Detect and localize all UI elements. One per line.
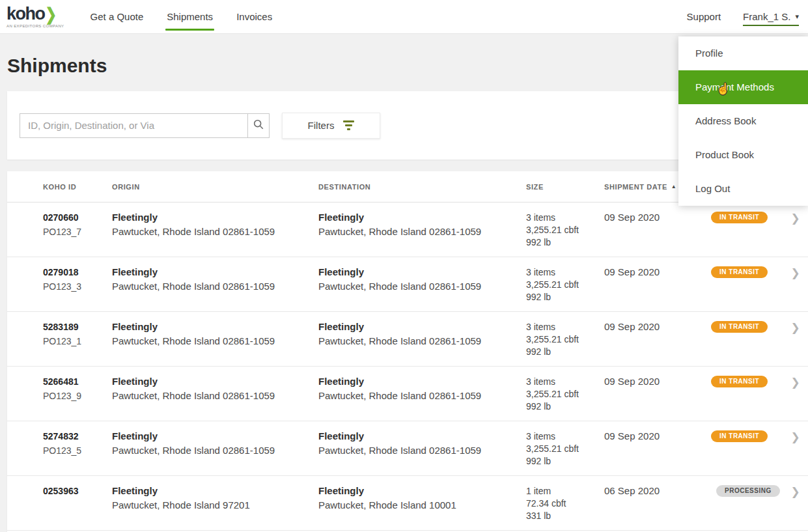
column-header-size[interactable]: SIZE bbox=[526, 183, 604, 191]
support-link[interactable]: Support bbox=[687, 11, 721, 22]
filters-button[interactable]: Filters bbox=[282, 113, 380, 139]
origin-address: Pawtucket, Rhode Island 02861-1059 bbox=[112, 335, 318, 347]
shipment-date: 09 Sep 2020 bbox=[604, 321, 711, 358]
destination-cell: Fleetingly Pawtucket, Rhode Island 02861… bbox=[318, 430, 526, 468]
shipment-date: 06 Sep 2020 bbox=[604, 485, 711, 522]
shipment-date: 09 Sep 2020 bbox=[604, 212, 711, 249]
destination-cell: Fleetingly Pawtucket, Rhode Island 02861… bbox=[318, 212, 526, 249]
origin-name: Fleetingly bbox=[112, 430, 318, 442]
destination-cell: Fleetingly Pawtucket, Rhode Island 10001 bbox=[318, 485, 526, 522]
menu-item-log-out[interactable]: Log Out bbox=[678, 172, 808, 206]
koho-id-cell: 0270660 PO123_7 bbox=[43, 212, 112, 249]
table-row[interactable]: 0279018 PO123_3 Fleetingly Pawtucket, Rh… bbox=[7, 257, 808, 312]
origin-name: Fleetingly bbox=[112, 485, 318, 497]
status-badge: IN TRANSIT bbox=[711, 376, 768, 387]
origin-name: Fleetingly bbox=[112, 376, 318, 387]
chevron-right-icon[interactable]: ❯ bbox=[790, 268, 800, 279]
shipments-table-body: 0270660 PO123_7 Fleetingly Pawtucket, Rh… bbox=[7, 203, 808, 532]
filters-button-label: Filters bbox=[308, 120, 335, 131]
po-number: PO123_1 bbox=[43, 335, 112, 347]
menu-item-payment-methods[interactable]: Payment Methods bbox=[678, 70, 808, 104]
status-cell: PROCESSING bbox=[711, 485, 783, 522]
row-action-cell: ❯ bbox=[783, 266, 808, 303]
destination-name: Fleetingly bbox=[318, 212, 526, 223]
shipment-date: 09 Sep 2020 bbox=[604, 376, 711, 413]
destination-address: Pawtucket, Rhode Island 10001 bbox=[318, 499, 526, 511]
origin-cell: Fleetingly Pawtucket, Rhode Island 02861… bbox=[112, 212, 318, 249]
row-action-cell: ❯ bbox=[783, 212, 808, 249]
table-row[interactable]: 5274832 PO123_5 Fleetingly Pawtucket, Rh… bbox=[7, 421, 808, 476]
nav-item-get-a-quote[interactable]: Get a Quote bbox=[79, 0, 156, 34]
nav-item-shipments[interactable]: Shipments bbox=[155, 0, 225, 34]
user-menu-trigger[interactable]: Frank_1 S. ▾ bbox=[743, 11, 799, 26]
chevron-right-icon[interactable]: ❯ bbox=[790, 486, 800, 498]
origin-name: Fleetingly bbox=[112, 266, 318, 278]
po-number: PO123_9 bbox=[43, 390, 112, 402]
row-action-cell: ❯ bbox=[783, 485, 808, 522]
size-cell: 1 item72.34 cbft331 lb bbox=[526, 485, 604, 522]
chevron-right-icon[interactable]: ❯ bbox=[790, 432, 800, 443]
status-badge: IN TRANSIT bbox=[711, 430, 768, 442]
user-menu: ProfilePayment MethodsAddress BookProduc… bbox=[678, 36, 808, 206]
origin-cell: Fleetingly Pawtucket, Rhode Island 97201 bbox=[112, 485, 318, 522]
size-cell: 3 items3,255.21 cbft992 lb bbox=[526, 266, 604, 303]
koho-id-cell: 5266481 PO123_9 bbox=[43, 376, 112, 413]
search-button[interactable] bbox=[247, 113, 270, 138]
destination-address: Pawtucket, Rhode Island 02861-1059 bbox=[318, 390, 526, 402]
koho-id: 0253963 bbox=[43, 485, 112, 497]
shipments-table: KOHO ID ORIGIN DESTINATION SIZE SHIPMENT… bbox=[7, 171, 808, 532]
column-header-origin[interactable]: ORIGIN bbox=[112, 183, 318, 191]
destination-name: Fleetingly bbox=[318, 430, 526, 442]
status-badge: IN TRANSIT bbox=[711, 321, 768, 333]
chevron-right-icon[interactable]: ❯ bbox=[790, 322, 800, 334]
menu-item-address-book[interactable]: Address Book bbox=[678, 104, 808, 138]
chevron-right-icon[interactable]: ❯ bbox=[790, 377, 800, 389]
destination-name: Fleetingly bbox=[318, 376, 526, 387]
column-header-destination[interactable]: DESTINATION bbox=[318, 183, 526, 191]
koho-logo[interactable]: koho ❯ AN EXPEDITORS COMPANY bbox=[7, 5, 64, 28]
origin-name: Fleetingly bbox=[112, 321, 318, 333]
table-row[interactable]: 5283189 PO123_1 Fleetingly Pawtucket, Rh… bbox=[7, 312, 808, 367]
origin-cell: Fleetingly Pawtucket, Rhode Island 02861… bbox=[112, 376, 318, 413]
size-cell: 3 items3,255.21 cbft992 lb bbox=[526, 430, 604, 468]
destination-name: Fleetingly bbox=[318, 266, 526, 278]
table-row[interactable]: 0270660 PO123_7 Fleetingly Pawtucket, Rh… bbox=[7, 203, 808, 257]
destination-name: Fleetingly bbox=[318, 321, 526, 333]
column-header-koho-id[interactable]: KOHO ID bbox=[43, 183, 112, 191]
destination-address: Pawtucket, Rhode Island 02861-1059 bbox=[318, 445, 526, 456]
table-row[interactable]: 0253963 Fleetingly Pawtucket, Rhode Isla… bbox=[7, 476, 808, 531]
koho-id: 5274832 bbox=[43, 430, 112, 442]
status-cell: IN TRANSIT bbox=[711, 430, 783, 468]
search-combo bbox=[20, 113, 270, 138]
koho-id: 5283189 bbox=[43, 321, 112, 333]
koho-id-cell: 5283189 PO123_1 bbox=[43, 321, 112, 358]
shipment-date: 09 Sep 2020 bbox=[604, 430, 711, 468]
koho-id-cell: 0253963 bbox=[43, 485, 112, 522]
menu-item-product-book[interactable]: Product Book bbox=[678, 138, 808, 172]
chevron-right-icon[interactable]: ❯ bbox=[790, 213, 800, 225]
status-badge: IN TRANSIT bbox=[711, 266, 768, 278]
table-row[interactable]: 5266481 PO123_9 Fleetingly Pawtucket, Rh… bbox=[7, 367, 808, 421]
search-input[interactable] bbox=[20, 113, 247, 138]
origin-address: Pawtucket, Rhode Island 97201 bbox=[112, 499, 318, 511]
koho-id-cell: 0279018 PO123_3 bbox=[43, 266, 112, 303]
origin-cell: Fleetingly Pawtucket, Rhode Island 02861… bbox=[112, 266, 318, 303]
nav-item-invoices[interactable]: Invoices bbox=[225, 0, 284, 34]
shipment-date: 09 Sep 2020 bbox=[604, 266, 711, 303]
row-action-cell: ❯ bbox=[783, 376, 808, 413]
row-action-cell: ❯ bbox=[783, 430, 808, 468]
menu-item-profile[interactable]: Profile bbox=[678, 36, 808, 70]
logo-subtext: AN EXPEDITORS COMPANY bbox=[7, 24, 64, 28]
chevron-down-icon: ▾ bbox=[795, 12, 799, 21]
po-number: PO123_5 bbox=[43, 445, 112, 456]
status-cell: IN TRANSIT bbox=[711, 321, 783, 358]
koho-id: 5266481 bbox=[43, 376, 112, 387]
size-cell: 3 items3,255.21 cbft992 lb bbox=[526, 321, 604, 358]
status-cell: IN TRANSIT bbox=[711, 376, 783, 413]
status-badge: IN TRANSIT bbox=[711, 212, 768, 223]
logo-text: koho bbox=[7, 5, 45, 23]
sort-asc-icon: ▲ bbox=[671, 184, 677, 189]
destination-address: Pawtucket, Rhode Island 02861-1059 bbox=[318, 335, 526, 347]
po-number: PO123_3 bbox=[43, 281, 112, 292]
origin-name: Fleetingly bbox=[112, 212, 318, 223]
